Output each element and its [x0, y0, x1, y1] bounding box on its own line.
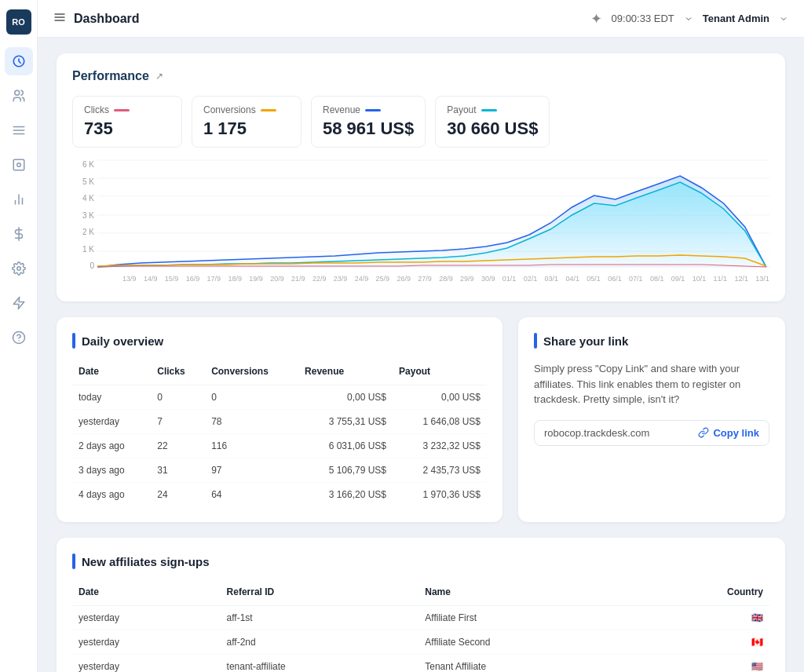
- x-label: 19/9: [249, 275, 263, 283]
- performance-title: Performance: [72, 69, 149, 83]
- daily-overview-title-row: Daily overview: [72, 333, 487, 349]
- cell-clicks: 7: [151, 410, 205, 434]
- x-label: 05/1: [587, 275, 601, 283]
- revenue-line-indicator: [365, 109, 381, 111]
- metric-conversions: Conversions 1 175: [192, 96, 302, 148]
- x-label: 14/9: [144, 275, 158, 283]
- aff-country: 🇨🇦: [634, 630, 769, 655]
- aff-country: 🇬🇧: [634, 606, 769, 630]
- y-label-3k: 3 K: [72, 211, 94, 220]
- x-label: 08/1: [650, 275, 664, 283]
- aff-referral-id: aff-1st: [221, 606, 419, 630]
- section-bar: [72, 333, 75, 349]
- aff-col-name: Name: [418, 582, 634, 606]
- performance-chart: 6 K 5 K 4 K 3 K 2 K 1 K 0: [72, 160, 769, 286]
- metrics-row: Clicks 735 Conversions 1 175 Rev: [72, 96, 769, 148]
- col-date: Date: [72, 361, 151, 385]
- conversions-line-indicator: [261, 109, 276, 111]
- time-chevron: [684, 14, 693, 24]
- sidebar-item-dashboard[interactable]: [5, 47, 33, 75]
- cell-clicks: 22: [151, 434, 205, 458]
- sidebar-item-help[interactable]: [5, 323, 33, 352]
- aff-name: Tenant Affiliate: [418, 655, 634, 673]
- aff-name: Affiliate Second: [418, 630, 634, 655]
- chart-area: 13/914/915/916/917/918/919/920/921/922/9…: [97, 160, 769, 286]
- cell-revenue: 6 031,06 US$: [298, 434, 393, 458]
- affiliates-title: New affiliates sign-ups: [82, 555, 210, 568]
- table-row: 4 days ago 24 64 3 166,20 US$ 1 970,36 U…: [72, 483, 487, 507]
- sidebar-item-tracking[interactable]: [5, 151, 33, 179]
- header: Dashboard ✦ 09:00:33 EDT Tenant Admin: [38, 0, 804, 38]
- header-time: 09:00:33 EDT: [612, 13, 674, 24]
- aff-col-referral: Referral ID: [221, 582, 419, 606]
- copy-link-button[interactable]: Copy link: [698, 427, 759, 439]
- affiliates-table: Date Referral ID Name Country yesterday …: [72, 582, 769, 672]
- daily-overview-card: Daily overview Date Clicks Conversions R…: [57, 317, 502, 522]
- x-label: 10/1: [693, 275, 707, 283]
- copy-link-label: Copy link: [713, 427, 759, 439]
- x-label: 26/9: [397, 275, 411, 283]
- x-label: 22/9: [312, 275, 327, 283]
- payout-line-indicator: [481, 109, 497, 111]
- cell-clicks: 0: [151, 385, 205, 410]
- aff-date: yesterday: [72, 606, 221, 630]
- sidebar: RO: [0, 0, 38, 672]
- cell-conversions: 0: [205, 385, 298, 410]
- y-label-5k: 5 K: [72, 177, 94, 186]
- user-menu[interactable]: Tenant Admin: [703, 13, 769, 24]
- page-title: Dashboard: [74, 12, 590, 26]
- menu-icon[interactable]: [53, 11, 66, 27]
- share-description: Simply press "Copy Link" and share with …: [534, 361, 769, 407]
- x-label: 13/1: [755, 275, 769, 283]
- col-revenue: Revenue: [298, 361, 393, 385]
- sidebar-item-finance[interactable]: [5, 220, 33, 248]
- cell-date: yesterday: [72, 410, 151, 434]
- cell-clicks: 31: [151, 458, 205, 483]
- conversions-value: 1 175: [203, 119, 290, 139]
- cell-clicks: 24: [151, 483, 205, 507]
- svg-marker-11: [13, 298, 24, 309]
- sidebar-item-users[interactable]: [5, 82, 33, 110]
- x-label: 17/9: [207, 275, 221, 283]
- cell-date: today: [72, 385, 151, 410]
- payout-value: 30 660 US$: [447, 119, 538, 139]
- daily-overview-table: Date Clicks Conversions Revenue Payout t…: [72, 361, 487, 506]
- sidebar-item-chart[interactable]: [5, 185, 33, 214]
- cell-revenue: 3 166,20 US$: [298, 483, 393, 507]
- affiliates-section-bar: [72, 553, 75, 569]
- revenue-label: Revenue: [323, 104, 360, 115]
- copy-link-url: robocop.trackdesk.com: [544, 427, 649, 439]
- sidebar-item-list[interactable]: [5, 116, 33, 144]
- table-row: yesterday 7 78 3 755,31 US$ 1 646,08 US$: [72, 410, 487, 434]
- external-link-icon[interactable]: ↗: [155, 71, 163, 82]
- chart-x-labels: 13/914/915/916/917/918/919/920/921/922/9…: [122, 275, 769, 283]
- x-label: 11/1: [714, 275, 728, 283]
- cell-conversions: 64: [205, 483, 298, 507]
- svg-rect-4: [13, 159, 24, 170]
- metric-payout: Payout 30 660 US$: [435, 96, 550, 148]
- y-label-6k: 6 K: [72, 160, 94, 169]
- cell-payout: 1 970,36 US$: [393, 483, 487, 507]
- list-item: yesterday tenant-affiliate Tenant Affili…: [72, 655, 769, 673]
- x-label: 29/9: [460, 275, 474, 283]
- aff-col-date: Date: [72, 582, 221, 606]
- x-label: 16/9: [186, 275, 200, 283]
- x-label: 28/9: [439, 275, 453, 283]
- performance-card: Performance ↗ Clicks 735 Conversions: [57, 53, 785, 301]
- x-label: 12/1: [734, 275, 748, 283]
- cell-payout: 0,00 US$: [393, 385, 487, 410]
- payout-label: Payout: [447, 104, 476, 115]
- theme-icon[interactable]: ✦: [590, 10, 602, 27]
- y-label-4k: 4 K: [72, 194, 94, 203]
- aff-name: Affiliate First: [418, 606, 634, 630]
- sidebar-item-settings[interactable]: [5, 254, 33, 283]
- sidebar-item-bolt[interactable]: [5, 289, 33, 317]
- aff-date: yesterday: [72, 655, 221, 673]
- x-label: 27/9: [418, 275, 432, 283]
- chart-svg: [97, 160, 769, 270]
- x-label: 13/9: [122, 275, 137, 283]
- daily-overview-title: Daily overview: [82, 334, 163, 348]
- share-link-title: Share your link: [543, 334, 628, 348]
- x-label: 07/1: [629, 275, 643, 283]
- col-payout: Payout: [393, 361, 487, 385]
